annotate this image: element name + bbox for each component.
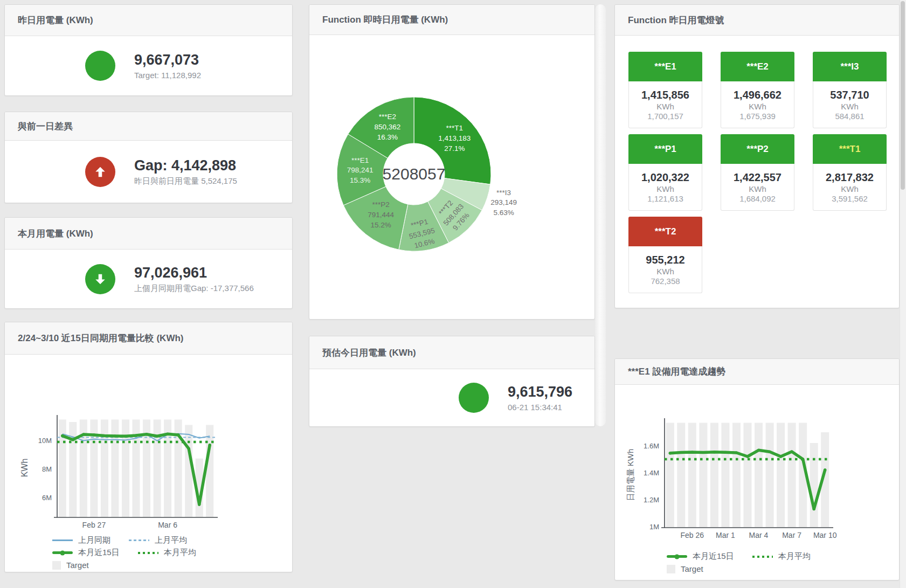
stat-body: Gap: 4,142,898 昨日與前日用電量 5,524,175 — [5, 141, 292, 203]
chart-legend: 本月近15日本月平均Target — [667, 550, 829, 575]
tile-value: 1,496,662 — [734, 89, 781, 101]
legend-marker — [52, 561, 61, 570]
donut-chart: 5208057 ***T11,413,18327.1%***I3293,1495… — [309, 5, 594, 319]
tile-value: 1,415,856 — [641, 89, 689, 101]
series-point — [724, 451, 727, 454]
y-tick-label: 1.2M — [644, 496, 659, 504]
y-tick-label: 6M — [42, 494, 52, 502]
scrollbar-thumb[interactable] — [901, 1, 905, 190]
legend-item[interactable]: Target — [52, 561, 89, 570]
series-point — [61, 434, 64, 437]
series-point — [801, 458, 804, 460]
target-bar — [755, 423, 763, 528]
e1trend-plot[interactable]: 1M1.2M1.4M1.6MFeb 26Mar 1Mar 4Mar 7Mar 1… — [615, 359, 899, 580]
slice-value: 293,149 — [490, 198, 517, 208]
target-bar — [744, 423, 752, 528]
tile-unit: KWh — [841, 102, 859, 111]
legend-item[interactable]: 本月平均 — [752, 551, 811, 562]
legend-row: 上月同期上月平均 — [52, 534, 215, 547]
series-point — [769, 451, 771, 453]
series-point — [198, 503, 200, 506]
stat-subtitle: 昨日與前日用電量 5,524,175 — [134, 176, 237, 186]
arrow-up-circle-icon — [85, 157, 115, 187]
tile-target-value: 3,591,562 — [832, 194, 868, 203]
panel-title[interactable]: 預估今日用電量 (KWh) — [322, 347, 416, 359]
stat-value: Gap: 4,142,898 — [134, 157, 237, 174]
tile-target-value: 1,700,157 — [647, 112, 683, 121]
tile-unit: KWh — [656, 184, 674, 193]
legend-marker — [667, 555, 687, 558]
stat-text: 9,615,796 06-21 15:34:41 — [508, 384, 572, 412]
panel-title[interactable]: 與前一日差異 — [18, 120, 73, 133]
legend-item[interactable]: 上月平均 — [129, 535, 187, 545]
legend-label: 上月同期 — [78, 535, 110, 545]
y-axis-title: 日用電量 KWh — [626, 449, 635, 501]
series-point — [167, 433, 169, 435]
tile-body: 1,415,856KWh1,700,157 — [628, 81, 702, 128]
legend-marker — [52, 551, 73, 554]
panel-title[interactable]: 昨日用電量 (KWh) — [18, 14, 93, 26]
target-bar — [688, 423, 696, 528]
target-bar — [666, 423, 674, 528]
light-tile: ***T2955,212KWh762,358 — [628, 217, 702, 293]
series-point — [746, 455, 749, 458]
tile-unit: KWh — [749, 184, 766, 193]
donut-slice-label: ***P2791,44415.2% — [368, 200, 394, 231]
panel-15day-compare-chart: 2/24~3/10 近15日同期用電量比較 (KWh) 6M8M10MFeb 2… — [4, 322, 293, 572]
tile-unit: KWh — [749, 102, 766, 111]
panel-header: 與前一日差異 — [5, 112, 292, 141]
tile-value: 1,020,322 — [641, 171, 689, 184]
light-tiles-grid: ***E11,415,856KWh1,700,157***E21,496,662… — [615, 5, 899, 308]
series-point — [735, 451, 738, 454]
tile-value: 537,710 — [830, 89, 869, 101]
tile-status-header: ***E2 — [721, 52, 794, 81]
legend-item[interactable]: Target — [667, 564, 703, 573]
tile-status-header: ***P1 — [628, 134, 702, 164]
panel-title[interactable]: 本月用電量 (KWh) — [18, 227, 93, 240]
legend-label: 本月平均 — [778, 551, 811, 562]
arrow-down-circle-icon — [85, 264, 115, 294]
arrow-up-icon — [93, 164, 108, 179]
light-tile: ***E21,496,662KWh1,675,939 — [721, 52, 794, 128]
slice-value: 1,413,183 — [438, 134, 471, 144]
scrollbar-track[interactable] — [900, 0, 906, 588]
series-point — [82, 433, 85, 436]
slice-value: 850,362 — [375, 122, 401, 132]
stat-value: 9,615,796 — [508, 384, 572, 400]
e1-trend-line-chart: 1M1.2M1.4M1.6MFeb 26Mar 1Mar 4Mar 7Mar 1… — [615, 359, 899, 580]
x-tick-label: Mar 6 — [158, 521, 177, 529]
panel-header: 本月用電量 (KWh) — [5, 218, 292, 250]
tile-label: ***I3 — [840, 61, 859, 72]
tile-unit: KWh — [841, 184, 859, 193]
legend-row: 本月近15日本月平均 — [667, 550, 829, 563]
status-circle-icon — [459, 383, 489, 413]
legend-label: 本月近15日 — [78, 548, 120, 558]
vertical-divider-strip — [595, 4, 606, 426]
light-tile: ***T12,817,832KWh3,591,562 — [813, 134, 887, 211]
y-tick-label: 10M — [38, 437, 52, 445]
target-bar — [111, 420, 119, 517]
tile-body: 2,817,832KWh3,591,562 — [813, 164, 887, 211]
stat-text: 97,026,961 上個月同期用電Gap: -17,377,566 — [134, 265, 254, 294]
target-bar — [185, 425, 192, 517]
legend-item[interactable]: 本月近15日 — [52, 548, 120, 558]
legend-item[interactable]: 本月平均 — [138, 548, 196, 558]
panel-yesterday-lights: Function 昨日用電燈號 ***E11,415,856KWh1,700,1… — [614, 4, 900, 308]
arrow-down-icon — [93, 272, 108, 287]
tile-label: ***T2 — [655, 226, 676, 237]
light-tile: ***I3537,710KWh584,861 — [813, 52, 887, 128]
series-point — [145, 433, 148, 435]
series-point — [779, 455, 782, 458]
legend-item[interactable]: 上月同期 — [52, 535, 110, 545]
series-point — [702, 451, 704, 454]
light-tile: ***P11,020,322KWh1,121,613 — [628, 134, 702, 211]
target-bar — [721, 423, 729, 528]
legend-item[interactable]: 本月近15日 — [667, 551, 734, 562]
tile-unit: KWh — [656, 102, 674, 111]
slice-percent: 27.1% — [438, 144, 471, 154]
legend-marker — [52, 539, 73, 541]
x-tick-label: Mar 7 — [782, 531, 801, 539]
panel-header: 預估今日用電量 (KWh) — [309, 336, 594, 369]
panel-header: 昨日用電量 (KWh) — [5, 5, 292, 36]
y-tick-label: 1M — [649, 523, 659, 531]
